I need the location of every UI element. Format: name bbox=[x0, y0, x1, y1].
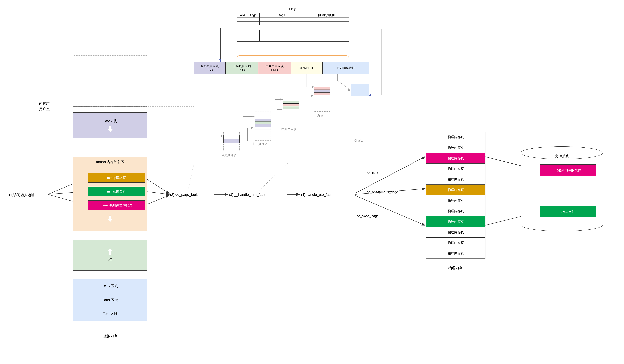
fs-swap-file: swap文件 bbox=[540, 206, 596, 217]
fs-title: 文件系统 bbox=[555, 154, 569, 159]
phys-row-7: 物理内存页 bbox=[426, 195, 485, 206]
tlb-r6c2 bbox=[247, 38, 260, 42]
tlb-r3-key-highlight bbox=[237, 25, 305, 30]
pt-row-a bbox=[314, 87, 330, 90]
offset-box: 页内偏移地址 bbox=[322, 62, 369, 74]
step4-label: (4) handle_pte_fault bbox=[301, 193, 332, 197]
pmd-top: 中间页目录项 bbox=[265, 64, 284, 68]
mmap-section-label: mmap 内存映射区 bbox=[96, 160, 125, 164]
phys-memory-label: 物理内存 bbox=[448, 266, 463, 270]
phys-row-4: 物理内存页 bbox=[426, 163, 485, 174]
phys-row-8: 物理内存页 bbox=[426, 206, 485, 216]
pgd-sub: PGD bbox=[207, 68, 213, 72]
pmd-row-d bbox=[283, 109, 299, 112]
phys-row-10: 物理内存页 bbox=[426, 227, 485, 238]
tlb-r5c3 bbox=[260, 34, 305, 38]
phys-row-9: 物理内存页 bbox=[426, 216, 485, 227]
pmd-box: 中间页目录项 PMD bbox=[258, 62, 291, 74]
tlb-r2c3 bbox=[260, 21, 305, 25]
tlb-col-tags: tags bbox=[260, 13, 305, 18]
gap4 bbox=[73, 321, 147, 327]
tlb-r6c4 bbox=[305, 38, 349, 42]
tlb-r5c4 bbox=[305, 34, 349, 38]
gap1 bbox=[73, 138, 147, 147]
tlb-r2c2 bbox=[247, 21, 260, 25]
tlb-bracket bbox=[237, 55, 349, 58]
text-section: Text 区域 bbox=[73, 307, 147, 321]
tlb-r4c4 bbox=[305, 30, 349, 34]
tlb-col-flags: flags bbox=[247, 13, 260, 18]
pt-row-c bbox=[314, 92, 330, 95]
pt-row-d bbox=[314, 95, 330, 98]
pud-top: 上层页目录项 bbox=[233, 64, 251, 68]
gap2 bbox=[73, 231, 147, 240]
pud-tbl-label: 上层页目录 bbox=[252, 142, 267, 146]
tlb-title: TLB表 bbox=[287, 7, 296, 11]
tlb-r2c4 bbox=[305, 21, 349, 25]
stack-label: Stack 栈 bbox=[104, 119, 117, 123]
data-page-label: 数据页 bbox=[354, 139, 364, 143]
gap0 bbox=[73, 106, 147, 112]
pmd-sub: PMD bbox=[271, 68, 278, 72]
phys-row-12: 物理内存页 bbox=[426, 248, 485, 259]
pgd-tbl-label: 全局页目录 bbox=[221, 153, 236, 157]
tlb-r1c4 bbox=[305, 18, 349, 21]
pmd-row-a bbox=[283, 101, 299, 103]
pgd-top: 全局页目录项 bbox=[201, 64, 219, 68]
tlb-r2c1 bbox=[237, 21, 247, 25]
do-fault-label: do_fault bbox=[366, 171, 378, 175]
do-swap-page-label: do_swap_page bbox=[357, 214, 379, 218]
pud-row-c bbox=[255, 124, 271, 127]
pud-box: 上层页目录项 PUD bbox=[226, 62, 258, 74]
phys-row-11: 物理内存页 bbox=[426, 238, 485, 248]
pgd-row-hl bbox=[223, 139, 240, 143]
data-section: Data 区域 bbox=[73, 293, 147, 307]
phys-row-3: 物理内存页 bbox=[426, 153, 485, 163]
tlb-col-paddr: 物理页面地址 bbox=[305, 13, 349, 18]
tlb-r3-val-highlight bbox=[305, 25, 349, 30]
virtual-memory-label: 虚拟内存 bbox=[103, 334, 117, 339]
step2-label: (2) do_page_fault bbox=[170, 193, 198, 197]
phys-row-5: 物理内存页 bbox=[426, 174, 485, 185]
pmd-row-c bbox=[283, 106, 299, 109]
pt-tbl-label: 页表 bbox=[317, 113, 323, 117]
mmap-anon-2: mmap匿名页 bbox=[88, 187, 145, 196]
user-space-label: 用户态 bbox=[39, 107, 50, 112]
heap-label: 堆 bbox=[108, 257, 112, 262]
tlb-r6c1 bbox=[237, 38, 247, 42]
pud-sub: PUD bbox=[239, 68, 245, 72]
heap-section: 堆 bbox=[73, 240, 147, 270]
kernel-space-label: 内核态 bbox=[39, 101, 50, 106]
pte-box: 页表项PTE bbox=[291, 62, 322, 74]
tlb-col-valid: valid bbox=[237, 13, 247, 18]
tlb-r1c3 bbox=[260, 18, 305, 21]
mmap-anon-1: mmap匿名页 bbox=[88, 173, 145, 183]
pud-row-a bbox=[255, 119, 271, 121]
pgd-box: 全局页目录项 PGD bbox=[194, 62, 226, 74]
mmap-file-page: mmap映射到文件的页 bbox=[88, 200, 145, 210]
stack-arrow-down-icon bbox=[108, 126, 113, 132]
step1-label: (1)访问虚拟地址 bbox=[9, 193, 34, 197]
tlb-r5c2 bbox=[247, 34, 260, 38]
mmap-arrow-down-icon bbox=[108, 216, 113, 222]
phys-row-2: 物理内存页 bbox=[426, 142, 485, 153]
tlb-r1c1 bbox=[237, 18, 247, 21]
tlb-r4c1 bbox=[237, 30, 247, 34]
tlb-r5c1 bbox=[237, 34, 247, 38]
gap1b bbox=[73, 147, 147, 157]
gap3 bbox=[73, 270, 147, 279]
kernel-box bbox=[73, 55, 147, 106]
fs-mapped-file: 映射到内存的文件 bbox=[540, 165, 596, 176]
fs-cylinder bbox=[520, 146, 603, 232]
do-anonymous-page-label: do_anonymous_page bbox=[366, 190, 398, 194]
heap-arrow-up-icon bbox=[108, 248, 113, 255]
stack-section: Stack 栈 bbox=[73, 112, 147, 138]
phys-row-6: 物理内存页 bbox=[426, 185, 485, 195]
pud-row-b bbox=[255, 121, 271, 124]
tlb-r4c3 bbox=[260, 30, 305, 34]
phys-row-1: 物理内存页 bbox=[426, 132, 485, 142]
tlb-r4c2 bbox=[247, 30, 260, 34]
pt-row-b bbox=[314, 90, 330, 92]
tlb-r6c3 bbox=[260, 38, 305, 42]
pmd-tbl-label: 中间页目录 bbox=[281, 127, 296, 131]
